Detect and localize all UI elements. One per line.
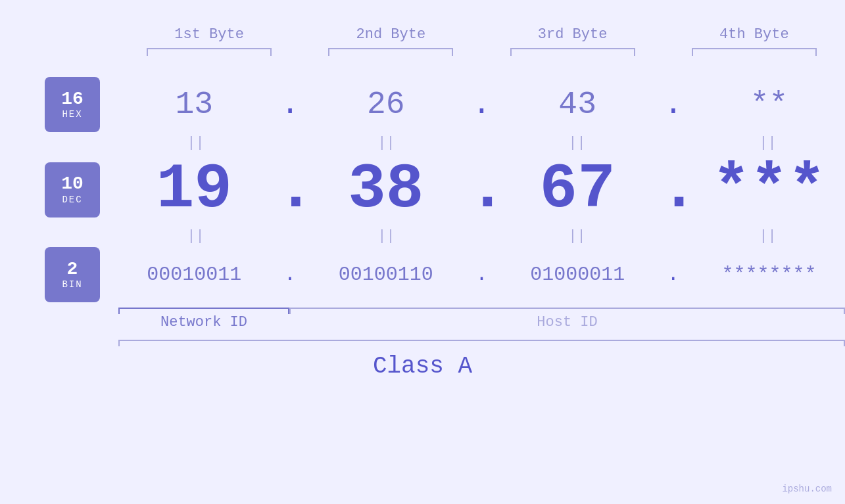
bracket-area xyxy=(118,308,845,309)
byte-3-header: 3rd Byte xyxy=(494,26,652,57)
host-id-text: Host ID xyxy=(537,314,597,331)
sep-2-1: || xyxy=(124,225,268,247)
bin-dot-2: . xyxy=(468,263,495,286)
byte-3-bracket xyxy=(510,48,635,57)
hex-badge-num: 16 xyxy=(61,89,84,110)
sep-2-2: || xyxy=(314,225,459,247)
network-id-bracket-line xyxy=(118,308,289,309)
sep-values-1: || || || || xyxy=(118,132,845,154)
byte-2-header: 2nd Byte xyxy=(312,26,470,57)
dec-badge: 10 DEC xyxy=(45,162,100,218)
byte-3-label: 3rd Byte xyxy=(538,26,608,43)
byte-1-bracket xyxy=(147,48,272,57)
hex-badge: 16 HEX xyxy=(45,77,100,132)
hex-byte-2: 26 xyxy=(314,87,458,122)
byte-2-bracket xyxy=(328,48,453,57)
dec-byte-3: 67 xyxy=(505,154,650,225)
network-id-text: Network ID xyxy=(160,314,247,331)
sep-1-3: || xyxy=(505,132,650,154)
byte-1-label: 1st Byte xyxy=(174,26,244,43)
hex-badge-col: 16 HEX xyxy=(0,77,118,132)
dec-byte-4: *** xyxy=(697,154,842,225)
hex-byte-3: 43 xyxy=(505,87,650,122)
hex-byte-4: ** xyxy=(697,87,842,122)
dec-dot-3: . xyxy=(660,154,687,225)
bin-byte-1: 00010011 xyxy=(122,263,266,286)
bin-badge-num: 2 xyxy=(67,260,78,280)
full-bracket-line xyxy=(118,340,845,341)
sep-2-4: || xyxy=(696,225,840,247)
dec-badge-col: 10 DEC xyxy=(0,162,118,218)
dec-badge-num: 10 xyxy=(61,174,84,195)
host-bracket-container xyxy=(289,308,845,309)
sep-1-4: || xyxy=(696,132,840,154)
sep-values-2: || || || || xyxy=(118,225,845,247)
bin-badge: 2 BIN xyxy=(45,247,100,302)
byte-2-label: 2nd Byte xyxy=(356,26,426,43)
sep-2-3: || xyxy=(505,225,650,247)
sep-1-2: || xyxy=(314,132,459,154)
byte-headers: 1st Byte 2nd Byte 3rd Byte xyxy=(118,26,845,57)
byte-1-header: 1st Byte xyxy=(130,26,288,57)
byte-4-header: 4th Byte xyxy=(675,26,833,57)
main-container: 1st Byte 2nd Byte 3rd Byte xyxy=(0,0,845,504)
hex-dot-3: . xyxy=(660,87,687,122)
sep-row-1: || || || || xyxy=(0,132,845,154)
byte-headers-section: 1st Byte 2nd Byte 3rd Byte xyxy=(0,13,845,57)
bin-badge-col: 2 BIN xyxy=(0,247,118,302)
host-id-bracket-line xyxy=(289,308,845,309)
id-labels-row: Network ID Host ID xyxy=(0,314,845,331)
dec-badge-label: DEC xyxy=(62,195,82,205)
bin-values: 00010011 . 00100110 . 01000011 . *******… xyxy=(118,263,845,286)
sep-row-2: || || || || xyxy=(0,225,845,247)
hex-dot-1: . xyxy=(277,87,303,122)
bin-byte-3: 01000011 xyxy=(505,263,650,286)
dec-byte-1: 19 xyxy=(122,154,266,225)
dec-values: 19 . 38 . 67 . *** xyxy=(118,154,845,225)
network-id-label: Network ID xyxy=(118,314,289,331)
class-label: Class A xyxy=(373,353,472,380)
bin-badge-label: BIN xyxy=(62,279,82,290)
hex-dot-2: . xyxy=(468,87,495,122)
dec-dot-2: . xyxy=(468,154,495,225)
bin-byte-4: ******** xyxy=(697,263,842,286)
dec-dot-1: . xyxy=(277,154,303,225)
byte-4-bracket xyxy=(692,48,817,57)
dec-byte-2: 38 xyxy=(314,154,458,225)
bin-byte-2: 00100110 xyxy=(314,263,458,286)
watermark: ipshu.com xyxy=(782,484,832,494)
hex-byte-1: 13 xyxy=(122,87,266,122)
class-row: Class A xyxy=(0,353,845,380)
hex-row: 16 HEX 13 . 26 . 43 . ** xyxy=(0,77,845,132)
host-id-label: Host ID xyxy=(289,314,845,331)
dec-row: 10 DEC 19 . 38 . 67 . *** xyxy=(0,154,845,225)
bin-dot-1: . xyxy=(277,263,303,286)
sep-1-1: || xyxy=(124,132,268,154)
byte-4-label: 4th Byte xyxy=(719,26,789,43)
network-bracket-container xyxy=(118,308,289,309)
full-bracket-row xyxy=(0,340,845,341)
bin-dot-3: . xyxy=(660,263,687,286)
hex-badge-label: HEX xyxy=(62,109,82,120)
sub-bracket-row xyxy=(0,308,845,309)
hex-values: 13 . 26 . 43 . ** xyxy=(118,87,845,122)
bin-row: 2 BIN 00010011 . 00100110 . 01000011 . *… xyxy=(0,247,845,302)
